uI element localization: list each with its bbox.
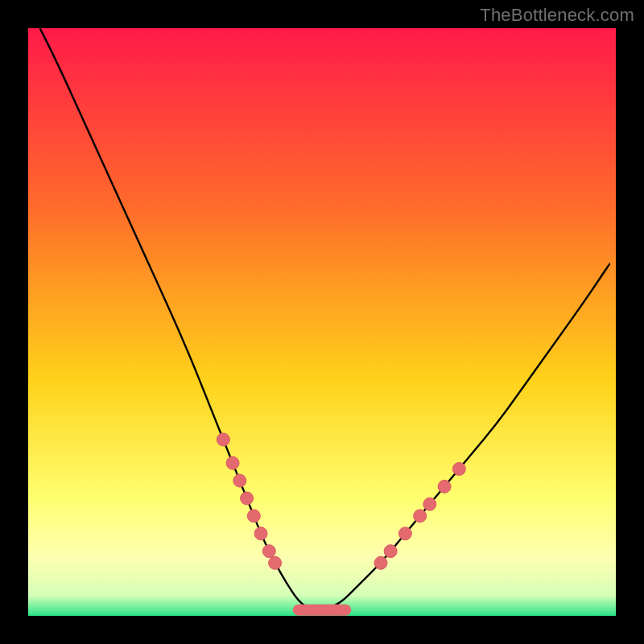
marker-dot (241, 492, 254, 505)
marker-dot (374, 556, 387, 569)
marker-dot (438, 480, 451, 493)
marker-dot (269, 556, 282, 569)
watermark-text: TheBottleneck.com (480, 5, 634, 26)
chart-svg (28, 28, 616, 616)
marker-dot (226, 456, 239, 469)
bottleneck-curve (40, 28, 610, 610)
marker-dot (384, 545, 397, 558)
marker-dot (423, 497, 436, 510)
marker-dot (233, 474, 246, 487)
marker-dot (262, 545, 275, 558)
marker-dot (247, 510, 260, 522)
marker-dot (452, 463, 465, 476)
outer-frame: TheBottleneck.com (0, 0, 644, 644)
marker-dot (414, 510, 427, 522)
marker-dot (217, 433, 229, 446)
marker-dot (254, 527, 267, 540)
marker-dot (398, 527, 411, 540)
plot-area (28, 28, 616, 616)
